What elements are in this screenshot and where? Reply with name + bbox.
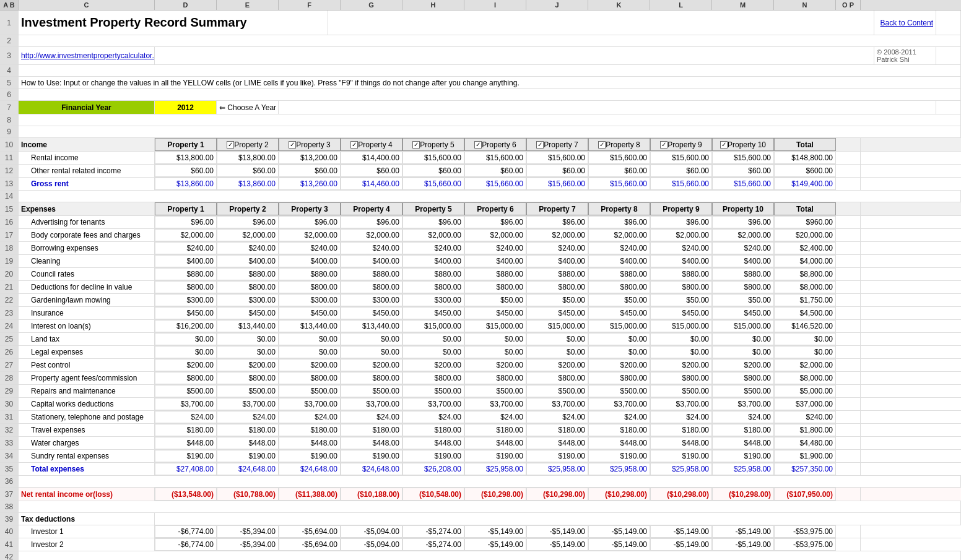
exp-val-4-9: $880.00 — [712, 268, 774, 280]
exp-val-4-2: $880.00 — [279, 268, 341, 280]
other-income-p10: $60.00 — [712, 165, 774, 177]
income-prop3-header: ✓ Property 3 — [279, 138, 341, 151]
financial-year-label: Financial Year — [19, 101, 155, 114]
exp-val-5-0: $800.00 — [155, 281, 217, 293]
exp-val-12-4: $800.00 — [402, 372, 464, 384]
rownum-37: 37 — [0, 488, 19, 501]
exp-row-label-5: Deductions for decline in value — [19, 281, 155, 293]
net-rental-p1: ($13,548.00) — [155, 488, 217, 501]
inv2-p4: -$5,094.00 — [341, 538, 402, 551]
col-g-header: G — [341, 0, 402, 10]
exp-val-18-2: $190.00 — [279, 450, 341, 462]
other-income-p8: $60.00 — [588, 165, 650, 177]
exp-prop7-header: Property 7 — [526, 202, 588, 215]
exp-val-6-5: $50.00 — [464, 294, 526, 306]
financial-year-value[interactable]: 2012 — [155, 101, 217, 114]
exp-val-8-3: $13,440.00 — [341, 320, 402, 332]
exp-val-18-5: $190.00 — [464, 450, 526, 462]
exp-val-2-10: $2,400.00 — [774, 242, 836, 254]
exp-val-13-2: $500.00 — [279, 385, 341, 397]
prop7-checkbox[interactable]: ✓ — [536, 141, 544, 149]
other-income-p3: $60.00 — [279, 165, 341, 177]
exp-row-label-0: Advertising for tenants — [19, 216, 155, 228]
rownum-3: 3 — [0, 47, 19, 64]
rental-income-p2: $13,800.00 — [217, 152, 279, 164]
exp-val-1-10: $20,000.00 — [774, 229, 836, 241]
exp-val-4-3: $880.00 — [341, 268, 402, 280]
prop3-checkbox[interactable]: ✓ — [289, 141, 296, 149]
rownum-exp-7: 23 — [0, 307, 19, 319]
prop5-checkbox[interactable]: ✓ — [412, 141, 420, 149]
exp-val-12-9: $800.00 — [712, 372, 774, 384]
website-link[interactable]: http://www.investmentpropertycalculator.… — [19, 47, 155, 64]
exp-val-17-8: $448.00 — [650, 437, 712, 449]
exp-val-11-4: $200.00 — [402, 359, 464, 371]
exp-val-8-10: $146,520.00 — [774, 320, 836, 332]
prop4-checkbox[interactable]: ✓ — [350, 141, 358, 149]
other-income-p2: $60.00 — [217, 165, 279, 177]
expense-row-12: 28Property agent fees/commission$800.00$… — [0, 372, 961, 385]
gross-rent-p3: $13,260.00 — [279, 178, 341, 190]
prop8-checkbox[interactable]: ✓ — [598, 141, 606, 149]
rental-income-p3: $13,200.00 — [279, 152, 341, 164]
exp-val-18-0: $190.00 — [155, 450, 217, 462]
prop2-checkbox[interactable]: ✓ — [227, 141, 234, 149]
col-j-header: J — [526, 0, 588, 10]
column-headers: A B C D E F G H I J K L M N O P — [0, 0, 961, 11]
expense-row-0: 16Advertising for tenants$96.00$96.00$96… — [0, 216, 961, 229]
exp-val-17-5: $448.00 — [464, 437, 526, 449]
gross-rent-p10: $15,660.00 — [712, 178, 774, 190]
exp-val-8-5: $15,000.00 — [464, 320, 526, 332]
row-5: 5 How to Use: Input or change the values… — [0, 77, 961, 89]
net-rental-p5: ($10,548.00) — [402, 488, 464, 501]
exp-val-18-4: $190.00 — [402, 450, 464, 462]
exp-val-10-5: $0.00 — [464, 346, 526, 358]
exp-val-1-3: $2,000.00 — [341, 229, 402, 241]
exp-val-13-0: $500.00 — [155, 385, 217, 397]
col-op-header: O P — [836, 0, 861, 10]
prop10-checkbox[interactable]: ✓ — [720, 141, 728, 149]
choose-year: ⇐ Choose A Year — [217, 101, 279, 114]
exp-val-2-5: $240.00 — [464, 242, 526, 254]
exp-val-9-0: $0.00 — [155, 333, 217, 345]
inv2-p9: -$5,149.00 — [650, 538, 712, 551]
back-link[interactable]: Back to Content — [874, 11, 936, 35]
exp-row-label-19: Total expenses — [19, 463, 155, 475]
exp-row-label-12: Property agent fees/commission — [19, 372, 155, 384]
expense-row-13: 29Repairs and maintenance$500.00$500.00$… — [0, 385, 961, 398]
rownum-15: 15 — [0, 202, 19, 215]
row-3: 3 http://www.investmentpropertycalculato… — [0, 47, 961, 65]
prop9-checkbox[interactable]: ✓ — [660, 141, 667, 149]
expense-row-15: 31Stationery, telephone and postage$24.0… — [0, 411, 961, 424]
rownum-exp-0: 16 — [0, 216, 19, 228]
exp-val-4-1: $880.00 — [217, 268, 279, 280]
exp-val-16-6: $180.00 — [526, 424, 588, 436]
exp-val-0-6: $96.00 — [526, 216, 588, 228]
exp-val-13-9: $500.00 — [712, 385, 774, 397]
rownum-7: 7 — [0, 101, 19, 114]
rownum-exp-18: 34 — [0, 450, 19, 462]
prop6-checkbox[interactable]: ✓ — [474, 141, 482, 149]
net-rental-p9: ($10,298.00) — [650, 488, 712, 501]
exp-val-3-10: $4,000.00 — [774, 255, 836, 267]
inv1-p7: -$5,149.00 — [526, 525, 588, 538]
rental-income-p9: $15,600.00 — [650, 152, 712, 164]
rental-income-p4: $14,400.00 — [341, 152, 402, 164]
rownum-exp-3: 19 — [0, 255, 19, 267]
exp-val-16-8: $180.00 — [650, 424, 712, 436]
exp-val-14-10: $37,000.00 — [774, 398, 836, 410]
income-prop6-header: ✓ Property 6 — [464, 138, 526, 151]
other-income-p4: $60.00 — [341, 165, 402, 177]
row-7: 7 Financial Year 2012 ⇐ Choose A Year — [0, 101, 961, 114]
exp-val-18-7: $190.00 — [588, 450, 650, 462]
inv1-p8: -$5,149.00 — [588, 525, 650, 538]
exp-val-7-8: $450.00 — [650, 307, 712, 319]
exp-val-19-8: $25,958.00 — [650, 463, 712, 475]
expense-row-18: 34Sundry rental expenses$190.00$190.00$1… — [0, 450, 961, 463]
exp-val-10-10: $0.00 — [774, 346, 836, 358]
exp-val-13-4: $500.00 — [402, 385, 464, 397]
exp-row-label-8: Interest on loan(s) — [19, 320, 155, 332]
exp-val-6-8: $50.00 — [650, 294, 712, 306]
exp-val-12-8: $800.00 — [650, 372, 712, 384]
expense-row-9: 25Land tax$0.00$0.00$0.00$0.00$0.00$0.00… — [0, 333, 961, 346]
